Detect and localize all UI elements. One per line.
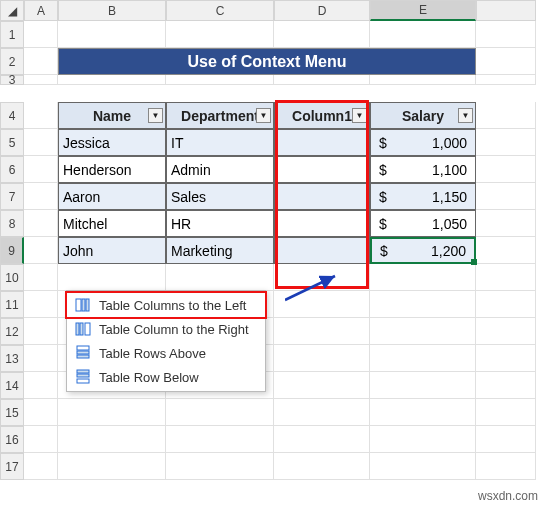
row-header-3[interactable]: 3 <box>0 75 24 85</box>
menu-item-column-right[interactable]: Table Column to the Right <box>67 317 265 341</box>
cell[interactable] <box>370 426 476 453</box>
table-cell-salary[interactable]: $1,050 <box>370 210 476 237</box>
row-header-14[interactable]: 14 <box>0 372 24 399</box>
table-cell-dept[interactable]: Marketing <box>166 237 274 264</box>
table-cell-name[interactable]: Jessica <box>58 129 166 156</box>
col-header-B[interactable]: B <box>58 0 166 21</box>
cell[interactable] <box>24 399 58 426</box>
cell[interactable] <box>476 453 536 480</box>
table-cell-dept[interactable]: HR <box>166 210 274 237</box>
col-header-C[interactable]: C <box>166 0 274 21</box>
row-header-2[interactable]: 2 <box>0 48 24 75</box>
cell[interactable] <box>58 453 166 480</box>
cell[interactable] <box>476 183 536 210</box>
row-header-7[interactable]: 7 <box>0 183 24 210</box>
cell[interactable] <box>58 264 166 291</box>
table-cell-salary[interactable]: $1,000 <box>370 129 476 156</box>
filter-icon[interactable]: ▼ <box>256 108 271 123</box>
cell[interactable] <box>24 318 58 345</box>
table-cell-name[interactable]: Aaron <box>58 183 166 210</box>
column-header-salary[interactable]: Salary▼ <box>370 102 476 129</box>
cell[interactable] <box>274 75 370 85</box>
cell[interactable] <box>274 345 370 372</box>
row-header-8[interactable]: 8 <box>0 210 24 237</box>
cell[interactable] <box>24 183 58 210</box>
row-header-10[interactable]: 10 <box>0 264 24 291</box>
cell[interactable] <box>370 264 476 291</box>
table-cell-salary[interactable]: $1,150 <box>370 183 476 210</box>
cell[interactable] <box>476 291 536 318</box>
cell[interactable] <box>58 426 166 453</box>
cell[interactable] <box>274 21 370 48</box>
menu-item-rows-above[interactable]: Table Rows Above <box>67 341 265 365</box>
table-cell-dept[interactable]: IT <box>166 129 274 156</box>
table-cell-name[interactable]: John <box>58 237 166 264</box>
row-header-17[interactable]: 17 <box>0 453 24 480</box>
cell[interactable] <box>24 48 58 75</box>
column-header-column1[interactable]: Column1▼ <box>274 102 370 129</box>
cell[interactable] <box>476 21 536 48</box>
cell[interactable] <box>476 345 536 372</box>
cell[interactable] <box>370 399 476 426</box>
row-header-6[interactable]: 6 <box>0 156 24 183</box>
cell[interactable] <box>166 75 274 85</box>
cell[interactable] <box>274 372 370 399</box>
cell[interactable] <box>274 318 370 345</box>
col-header-A[interactable]: A <box>24 0 58 21</box>
row-header-13[interactable]: 13 <box>0 345 24 372</box>
row-header-9[interactable]: 9 <box>0 237 24 264</box>
cell[interactable] <box>166 453 274 480</box>
cell[interactable] <box>476 129 536 156</box>
menu-item-columns-left[interactable]: Table Columns to the Left <box>67 293 265 317</box>
table-cell-col1[interactable] <box>274 156 370 183</box>
table-cell-col1[interactable] <box>274 237 370 264</box>
cell[interactable] <box>370 21 476 48</box>
cell[interactable] <box>476 102 536 129</box>
cell[interactable] <box>24 156 58 183</box>
table-cell-name[interactable]: Mitchel <box>58 210 166 237</box>
filter-icon[interactable]: ▼ <box>352 108 367 123</box>
cell[interactable] <box>476 237 536 264</box>
cell[interactable] <box>24 291 58 318</box>
cell[interactable] <box>274 426 370 453</box>
table-cell-salary[interactable]: $1,100 <box>370 156 476 183</box>
cell[interactable] <box>476 75 536 85</box>
cell[interactable] <box>476 399 536 426</box>
cell[interactable] <box>476 264 536 291</box>
cell[interactable] <box>24 426 58 453</box>
cell[interactable] <box>370 75 476 85</box>
col-header-D[interactable]: D <box>274 0 370 21</box>
cell[interactable] <box>166 399 274 426</box>
cell[interactable] <box>476 48 536 75</box>
table-cell-col1[interactable] <box>274 210 370 237</box>
row-header-1[interactable]: 1 <box>0 21 24 48</box>
cell[interactable] <box>24 102 58 129</box>
cell[interactable] <box>370 453 476 480</box>
cell[interactable] <box>24 129 58 156</box>
selected-cell[interactable]: $1,200 <box>370 237 476 264</box>
cell[interactable] <box>24 453 58 480</box>
cell[interactable] <box>370 372 476 399</box>
cell[interactable] <box>58 399 166 426</box>
cell[interactable] <box>476 426 536 453</box>
cell[interactable] <box>476 210 536 237</box>
row-header-11[interactable]: 11 <box>0 291 24 318</box>
cell[interactable] <box>370 318 476 345</box>
cell[interactable] <box>166 264 274 291</box>
column-header-name[interactable]: Name▼ <box>58 102 166 129</box>
col-header-extra[interactable] <box>476 0 536 21</box>
cell[interactable] <box>274 399 370 426</box>
table-cell-col1[interactable] <box>274 129 370 156</box>
table-cell-dept[interactable]: Sales <box>166 183 274 210</box>
row-header-15[interactable]: 15 <box>0 399 24 426</box>
select-all-corner[interactable]: ◢ <box>0 0 24 21</box>
cell[interactable] <box>24 372 58 399</box>
row-header-5[interactable]: 5 <box>0 129 24 156</box>
cell[interactable] <box>166 426 274 453</box>
cell[interactable] <box>166 21 274 48</box>
row-header-12[interactable]: 12 <box>0 318 24 345</box>
cell[interactable] <box>476 372 536 399</box>
cell[interactable] <box>58 75 166 85</box>
cell[interactable] <box>370 345 476 372</box>
column-header-department[interactable]: Department▼ <box>166 102 274 129</box>
